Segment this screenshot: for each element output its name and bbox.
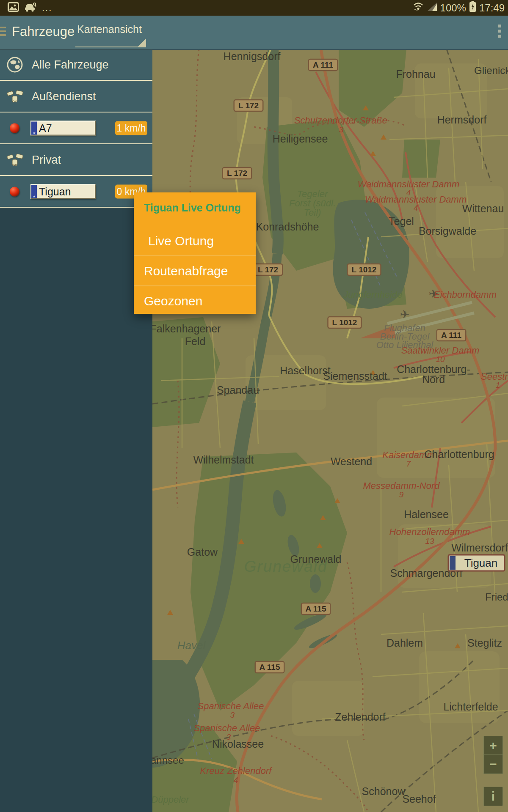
map-label: Messedamm-Nord: [363, 480, 440, 491]
map-label: Konradshöhe: [256, 221, 319, 233]
map-label: Grunewald: [244, 558, 328, 575]
svg-text:L 1012: L 1012: [352, 265, 377, 274]
sidebar-item-vehicle-tiguan[interactable]: ★ Tiguan 0 km/h: [0, 176, 152, 208]
sidebar-item-vehicle-a7[interactable]: ★ A7 1 km/h: [0, 112, 152, 144]
battery-percent: 100%: [440, 2, 466, 14]
map-view-spinner-label: Kartenansicht: [77, 23, 142, 36]
map-label: Hermsdorf: [437, 114, 487, 126]
map-label: Siemensstadt: [323, 370, 387, 382]
road-shield: L 172: [254, 264, 283, 275]
map-label: Wilmersdorf: [451, 542, 508, 554]
map-label: Eichborndamm: [434, 289, 497, 300]
map-vehicle-marker[interactable]: Tiguan: [448, 555, 505, 571]
map-label: Nikolassee: [212, 738, 264, 750]
screen: ... 100% 17:49 Fahrzeuge Kartenansicht: [0, 0, 508, 812]
zoom-out-button[interactable]: −: [483, 754, 503, 774]
map-label: 7: [406, 459, 411, 468]
map-info-button[interactable]: i: [483, 787, 503, 806]
license-plate-a7[interactable]: ★ A7: [30, 121, 96, 135]
menu-item-routenabfrage[interactable]: Routenabfrage: [134, 255, 256, 285]
svg-text:A 115: A 115: [260, 663, 280, 672]
spinner-dropdown-icon: [138, 38, 146, 47]
map-label: Glienicke/N: [474, 65, 508, 76]
road-shield: L 1012: [348, 264, 381, 275]
red-sphere-icon: [10, 123, 19, 133]
map-marker-label: Tiguan: [464, 557, 498, 569]
map-label: Kreuz Zehlendorf: [200, 765, 273, 776]
map-label: Borsigwalde: [419, 225, 476, 237]
road-shield: L 172: [234, 100, 263, 111]
map-label: Friedenau: [485, 591, 508, 603]
map-label: annsee: [152, 754, 184, 766]
road-shield: A 111: [437, 329, 466, 341]
map-label: Dahlem: [387, 637, 423, 649]
road-shield: A 115: [255, 661, 284, 673]
map-label: Havel: [177, 639, 206, 652]
map-label: Teil): [304, 207, 321, 218]
road-shield: L 1012: [328, 317, 362, 328]
svg-text:L 172: L 172: [238, 101, 259, 110]
wifi-icon: [412, 1, 424, 15]
car-group-icon: [6, 88, 24, 105]
map-label: Nord: [422, 373, 445, 385]
map-label: 10: [436, 355, 445, 364]
page-title: Fahrzeuge: [12, 24, 75, 39]
sidebar-item-aussendienst[interactable]: Außendienst: [0, 81, 152, 112]
license-plate-tiguan[interactable]: ★ Tiguan: [30, 184, 96, 199]
globe-icon: [6, 56, 24, 74]
map-label: Düppeler: [152, 794, 190, 805]
map-label: Westend: [331, 455, 372, 467]
map-label: Heiligensee: [273, 133, 328, 145]
plate-text: Tiguan: [37, 185, 71, 198]
vehicle-sidebar: Alle Fahrzeuge Außendienst ★ A7 1 km/h P…: [0, 49, 152, 812]
map-label: Jungfernheide: [343, 289, 402, 300]
signal-strength-icon: [427, 2, 437, 14]
car-group-icon: [6, 151, 24, 169]
svg-text:A 111: A 111: [313, 60, 333, 69]
sidebar-item-label: Privat: [32, 153, 61, 166]
menu-item-live-ortung[interactable]: Live Ortung: [134, 226, 256, 255]
map-canvas: ✈✈ HennigsdorfFrohnauGlienicke/NSchulzen…: [152, 49, 508, 812]
map-label: Seestraße: [481, 371, 508, 382]
map-label: Hennigsdorf: [224, 50, 281, 62]
map-label: Wilhelmstadt: [193, 454, 254, 466]
sidebar-item-privat[interactable]: Privat: [0, 144, 152, 176]
svg-text:A 115: A 115: [306, 604, 326, 613]
zoom-in-button[interactable]: +: [483, 736, 503, 755]
map-label: Steglitz: [467, 637, 502, 649]
spinner-underline: [75, 47, 146, 47]
map-label: 4: [234, 776, 238, 785]
red-sphere-icon: [10, 187, 19, 196]
map-label: Hohenzollerndamm: [389, 527, 470, 537]
svg-text:A 111: A 111: [441, 331, 461, 340]
map-label: 13: [425, 537, 434, 546]
road-shield: A 111: [309, 59, 338, 71]
map-label: Saatwinkler Damm: [401, 345, 480, 356]
map-label: Halensee: [404, 508, 449, 520]
map-label: Charlottenburg: [424, 448, 494, 460]
map-label: Falkenhagener: [152, 323, 221, 335]
vehicle-context-menu: Tiguan Live Ortung Live Ortung Routenabf…: [134, 192, 256, 314]
map-viewport[interactable]: ✈✈ HennigsdorfFrohnauGlienicke/NSchulzen…: [152, 49, 508, 812]
eu-plate-band: ★: [31, 185, 37, 198]
map-label: 9: [399, 490, 404, 499]
clock: 17:49: [479, 2, 505, 14]
map-label: Seehof: [402, 793, 436, 805]
svg-text:L 1012: L 1012: [332, 318, 357, 327]
status-bar: ... 100% 17:49: [0, 0, 508, 16]
map-view-spinner[interactable]: Kartenansicht: [75, 16, 146, 49]
svg-text:L 172: L 172: [258, 265, 278, 274]
map-label: 4: [414, 203, 418, 212]
airport-icon: ✈: [400, 308, 410, 321]
map-label: Gatow: [187, 546, 218, 558]
hamburger-menu-icon[interactable]: [0, 27, 6, 38]
map-label: Lichterfelde: [443, 701, 498, 713]
overflow-menu-icon[interactable]: [498, 25, 501, 38]
map-label: Schönow: [362, 785, 406, 797]
map-label: 3: [339, 125, 344, 134]
car-notification-icon: [24, 2, 37, 14]
image-notification-icon: [8, 2, 19, 14]
menu-item-geozonen[interactable]: Geozonen: [134, 285, 256, 315]
road-shield: L 172: [223, 167, 252, 179]
sidebar-item-alle-fahrzeuge[interactable]: Alle Fahrzeuge: [0, 49, 152, 81]
